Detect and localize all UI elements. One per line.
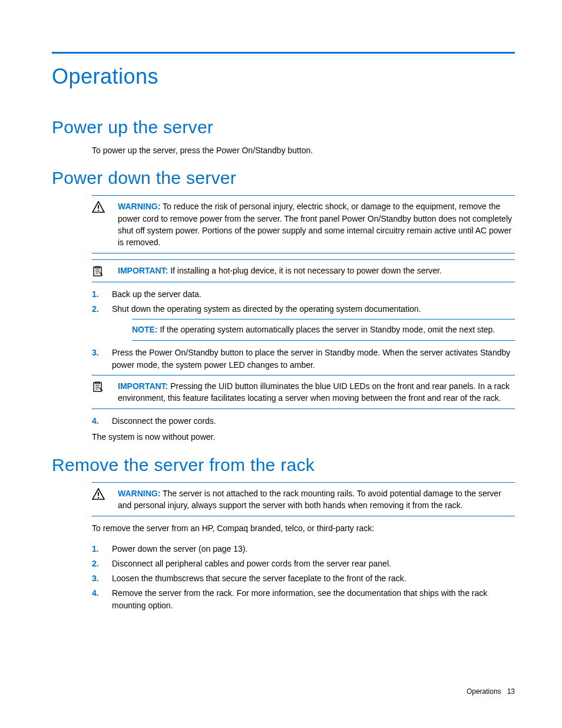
svg-rect-4 — [98, 492, 99, 496]
important1-label: IMPORTANT: — [118, 266, 168, 275]
section-remove-rack: WARNING: The server is not attached to t… — [92, 482, 515, 612]
rack-step-2: 2.Disconnect all peripheral cables and p… — [92, 558, 515, 570]
step-2: 2.Shut down the operating system as dire… — [92, 303, 515, 340]
important2-label: IMPORTANT: — [118, 381, 168, 391]
note-clipboard-icon — [92, 380, 118, 393]
important-notice-1: IMPORTANT: If installing a hot-plug devi… — [92, 259, 515, 282]
svg-rect-5 — [98, 497, 99, 498]
step-2-text: Shut down the operating system as direct… — [112, 304, 421, 314]
note-clipboard-icon — [92, 265, 118, 277]
important2-text-block: IMPORTANT: Pressing the UID button illum… — [118, 380, 515, 404]
power-down-steps: 1.Back up the server data. 2.Shut down t… — [92, 288, 515, 371]
heading-power-up: Power up the server — [52, 117, 515, 137]
step-4-text: Disconnect the power cords. — [112, 416, 216, 426]
rack-step-4: 4.Remove the server from the rack. For m… — [92, 587, 515, 612]
note-text: If the operating system automatically pl… — [160, 325, 495, 334]
power-down-steps-cont: 4.Disconnect the power cords. — [92, 415, 515, 427]
power-up-body: To power up the server, press the Power … — [92, 144, 515, 156]
rack-warning-label: WARNING: — [118, 489, 160, 498]
step-4: 4.Disconnect the power cords. — [92, 415, 515, 427]
step-1-text: Back up the server data. — [112, 289, 201, 299]
warning-notice: WARNING: To reduce the risk of personal … — [92, 195, 515, 253]
rack-step-3-text: Loosen the thumbscrews that secure the s… — [112, 574, 406, 583]
page-title: Operations — [52, 64, 515, 89]
rack-step-4-text: Remove the server from the rack. For mor… — [112, 588, 487, 610]
note-label: NOTE: — [132, 325, 158, 334]
rack-warning-text: The server is not attached to the rack m… — [118, 489, 501, 510]
step-3-text: Press the Power On/Standby button to pla… — [112, 348, 510, 370]
heading-power-down: Power down the server — [52, 168, 515, 188]
rack-step-2-text: Disconnect all peripheral cables and pow… — [112, 559, 391, 568]
warning-text: To reduce the risk of personal injury, e… — [118, 202, 512, 247]
important1-text: If installing a hot-plug device, it is n… — [170, 266, 442, 275]
important1-text-block: IMPORTANT: If installing a hot-plug devi… — [118, 265, 515, 276]
important2-text: Pressing the UID button illuminates the … — [118, 381, 510, 403]
remove-rack-steps: 1.Power down the server (on page 13). 2.… — [92, 543, 515, 612]
step-3: 3.Press the Power On/Standby button to p… — [92, 347, 515, 371]
section-power-down: WARNING: To reduce the risk of personal … — [92, 195, 515, 443]
warning-text-block: WARNING: To reduce the risk of personal … — [118, 200, 515, 248]
rack-warning-text-block: WARNING: The server is not attached to t… — [118, 487, 515, 512]
rack-warning-notice: WARNING: The server is not attached to t… — [92, 482, 515, 517]
page: Operations Power up the server To power … — [0, 0, 562, 728]
rack-step-3: 3.Loosen the thumbscrews that secure the… — [92, 572, 515, 585]
rack-step-1: 1.Power down the server (on page 13). — [92, 543, 515, 555]
top-rule — [52, 52, 515, 54]
step-2-note: NOTE: If the operating system automatica… — [132, 319, 515, 340]
rack-step-1-text: Power down the server (on page 13). — [112, 544, 247, 554]
important-notice-2: IMPORTANT: Pressing the UID button illum… — [92, 375, 515, 410]
page-footer: Operations 13 — [467, 687, 515, 696]
footer-page-number: 13 — [507, 687, 515, 696]
step-1: 1.Back up the server data. — [92, 288, 515, 301]
warning-triangle-icon — [92, 200, 118, 213]
section-power-up: To power up the server, press the Power … — [92, 144, 515, 156]
warning-triangle-icon — [92, 487, 118, 500]
footer-section: Operations — [467, 687, 501, 696]
warning-label: WARNING: — [118, 202, 160, 211]
remove-rack-intro: To remove the server from an HP, Compaq … — [92, 522, 515, 534]
power-down-closing: The system is now without power. — [92, 431, 515, 443]
svg-rect-0 — [98, 205, 99, 209]
svg-rect-1 — [98, 210, 99, 211]
heading-remove-rack: Remove the server from the rack — [52, 455, 515, 475]
